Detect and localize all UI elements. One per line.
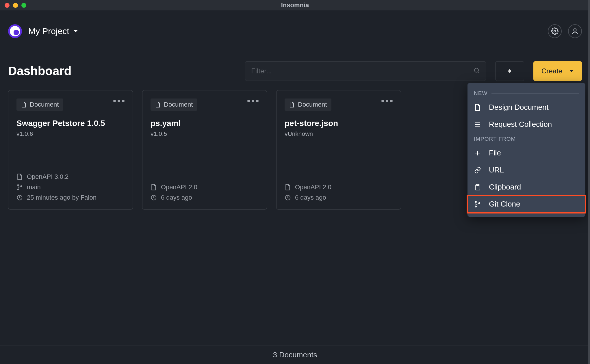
document-icon xyxy=(21,102,26,107)
card-version: v1.0.5 xyxy=(151,130,259,137)
sort-icon xyxy=(507,68,513,74)
card-tag-label: Document xyxy=(30,101,59,108)
caret-down-icon xyxy=(569,69,574,73)
list-icon xyxy=(474,121,481,128)
project-switcher[interactable]: My Project xyxy=(28,26,78,36)
dropdown-item-label: Clipboard xyxy=(489,183,521,192)
svg-point-0 xyxy=(554,30,556,32)
dropdown-item-url[interactable]: URL xyxy=(467,161,585,179)
clock-icon xyxy=(285,194,291,201)
document-card[interactable]: Document Swagger Petstore 1.0.5 v1.0.6 O… xyxy=(8,90,133,210)
svg-line-3 xyxy=(478,72,479,73)
filter-input[interactable] xyxy=(245,61,486,81)
card-time: 6 days ago xyxy=(295,194,326,201)
card-title: ps.yaml xyxy=(151,119,259,128)
clock-icon xyxy=(16,194,23,201)
dropdown-item-label: File xyxy=(489,148,501,157)
search-icon xyxy=(473,67,480,75)
document-icon xyxy=(151,184,157,190)
card-tag: Document xyxy=(16,99,63,111)
document-icon xyxy=(285,184,291,190)
document-icon xyxy=(289,102,294,107)
card-version: vUnknown xyxy=(285,130,393,137)
svg-point-16 xyxy=(475,201,476,203)
card-spec-row: OpenAPI 2.0 xyxy=(151,183,259,191)
dropdown-item-label: URL xyxy=(489,166,504,174)
svg-point-17 xyxy=(475,206,476,207)
card-time-row: 6 days ago xyxy=(151,194,259,201)
dropdown-item-label: Design Document xyxy=(489,103,549,112)
dropdown-item-request-collection[interactable]: Request Collection xyxy=(467,116,585,133)
card-meta: OpenAPI 2.0 6 days ago xyxy=(285,183,393,201)
card-time: 25 minutes ago by Falon xyxy=(27,194,97,201)
svg-point-5 xyxy=(18,189,19,190)
card-branch: main xyxy=(27,183,41,191)
app-title: Insomnia xyxy=(0,1,590,9)
dropdown-section-new: NEW xyxy=(467,87,585,99)
dropdown-item-clipboard[interactable]: Clipboard xyxy=(467,179,585,196)
card-meta: OpenAPI 2.0 6 days ago xyxy=(151,183,259,201)
right-edge-strip xyxy=(588,0,590,364)
document-icon xyxy=(474,104,481,111)
card-spec: OpenAPI 2.0 xyxy=(161,183,197,191)
card-spec-row: OpenAPI 3.0.2 xyxy=(16,173,125,181)
sort-button[interactable] xyxy=(495,61,524,81)
create-button-label: Create xyxy=(541,67,562,75)
svg-point-1 xyxy=(574,29,576,31)
dropdown-item-git-clone[interactable]: Git Clone xyxy=(467,196,585,213)
project-name-label: My Project xyxy=(28,26,69,36)
dropdown-item-design-document[interactable]: Design Document xyxy=(467,99,585,116)
plus-icon xyxy=(474,149,481,157)
dropdown-item-file[interactable]: File xyxy=(467,144,585,161)
svg-point-2 xyxy=(474,68,478,72)
card-more-button[interactable] xyxy=(379,97,395,105)
dropdown-item-label: Git Clone xyxy=(489,200,520,209)
card-tag: Document xyxy=(285,99,331,111)
card-time: 6 days ago xyxy=(161,194,192,201)
card-more-button[interactable] xyxy=(245,97,261,105)
document-card[interactable]: Document ps.yaml v1.0.5 OpenAPI 2.0 6 da… xyxy=(142,90,267,210)
svg-rect-15 xyxy=(476,184,479,185)
card-tag: Document xyxy=(151,99,197,111)
status-bar: 3 Documents xyxy=(0,346,590,364)
document-card[interactable]: Document pet-store.json vUnknown OpenAPI… xyxy=(276,90,401,210)
card-title: Swagger Petstore 1.0.5 xyxy=(16,119,125,128)
card-title: pet-store.json xyxy=(285,119,393,128)
page-title: Dashboard xyxy=(8,64,71,78)
clock-icon xyxy=(151,194,157,201)
link-icon xyxy=(474,166,481,174)
card-more-button[interactable] xyxy=(111,97,127,105)
card-time-row: 25 minutes ago by Falon xyxy=(16,194,125,201)
create-dropdown: NEW Design Document Request Collection I… xyxy=(467,83,585,217)
card-tag-label: Document xyxy=(298,101,327,108)
document-icon xyxy=(16,174,23,180)
gear-icon xyxy=(551,27,559,35)
card-branch-row: main xyxy=(16,183,125,191)
clipboard-icon xyxy=(474,183,481,191)
caret-down-icon xyxy=(73,29,78,34)
status-text: 3 Documents xyxy=(273,350,317,359)
svg-point-4 xyxy=(18,185,19,186)
card-tag-label: Document xyxy=(164,101,193,108)
settings-button[interactable] xyxy=(548,24,562,38)
dropdown-section-import: IMPORT FROM xyxy=(467,133,585,144)
git-branch-icon xyxy=(474,200,481,208)
card-version: v1.0.6 xyxy=(16,130,125,137)
app-header: My Project xyxy=(0,10,590,52)
create-button[interactable]: Create xyxy=(533,61,582,81)
filter-wrap xyxy=(245,61,486,81)
card-spec-row: OpenAPI 2.0 xyxy=(285,183,393,191)
titlebar: Insomnia xyxy=(0,0,590,10)
card-time-row: 6 days ago xyxy=(285,194,393,201)
dropdown-item-label: Request Collection xyxy=(489,120,552,129)
card-spec: OpenAPI 2.0 xyxy=(295,183,331,191)
account-button[interactable] xyxy=(568,24,582,38)
user-icon xyxy=(571,27,579,35)
git-branch-icon xyxy=(16,184,23,190)
document-icon xyxy=(155,102,160,107)
card-meta: OpenAPI 3.0.2 main 25 minutes ago by Fal… xyxy=(16,173,125,201)
app-logo xyxy=(8,24,22,38)
card-spec: OpenAPI 3.0.2 xyxy=(27,173,68,181)
dashboard-toolbar: Dashboard Create xyxy=(0,52,590,87)
